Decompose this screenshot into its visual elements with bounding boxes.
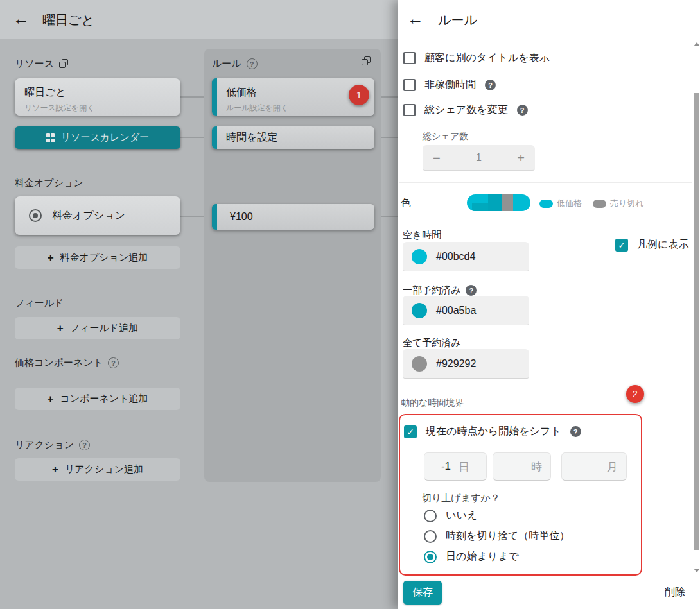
scrollbar-down-arrow[interactable]	[694, 569, 700, 572]
app-root: ← 曜日ごと リソース 曜日ごと リソース設定を開く リソースカレンダー 料金オ…	[0, 0, 700, 609]
checkbox-row-nonworking-hours: 非稼働時間 ?	[403, 78, 496, 92]
checkbox-unchecked[interactable]	[403, 104, 416, 116]
price-components-section-label: 価格コンポーネント ?	[15, 357, 119, 369]
radio-unchecked[interactable]	[424, 530, 437, 543]
fully-booked-label: 全て予約済み	[403, 337, 461, 349]
shift-days-input[interactable]: -1 日	[424, 452, 487, 481]
radio-row-no: いいえ	[424, 509, 477, 522]
flow-editor-panel: ← 曜日ごと リソース 曜日ごと リソース設定を開く リソースカレンダー 料金オ…	[0, 0, 398, 609]
rule-settings-drawer: ← ルール 顧客に別のタイトルを表示 非稼働時間 ? 総シェア数を変更 ? 総シ…	[398, 0, 700, 609]
save-button[interactable]: 保存	[403, 581, 442, 605]
increment-button[interactable]: +	[517, 151, 525, 164]
add-reaction-button[interactable]: + リアクション追加	[15, 458, 180, 481]
fully-booked-color-field[interactable]: #929292	[403, 349, 529, 379]
annotation-red-box: ✓ 現在の時点から開始をシフト ? -1 日 時 月 切り上げますか？ いいえ	[399, 414, 642, 576]
radio-unchecked[interactable]	[424, 510, 437, 522]
annotation-badge-1: 1	[349, 85, 369, 105]
partially-booked-color-field[interactable]: #00a5ba	[403, 296, 529, 325]
fields-section-label: フィールド	[15, 297, 64, 309]
help-icon[interactable]: ?	[570, 426, 581, 437]
back-arrow-icon[interactable]: ←	[13, 10, 30, 27]
plus-icon: +	[57, 322, 64, 335]
price-options-section-label: 料金オプション	[15, 177, 83, 189]
checkbox-unchecked[interactable]	[403, 79, 416, 91]
resource-card-title: 曜日ごと	[24, 86, 180, 99]
reactions-section-label: リアクション ?	[15, 439, 90, 451]
color-section-label: 色	[401, 196, 411, 210]
help-icon[interactable]: ?	[247, 58, 258, 69]
add-component-button[interactable]: + コンポーネント追加	[15, 388, 180, 410]
divider	[399, 390, 692, 390]
copy-icon[interactable]	[362, 56, 371, 66]
radio-row-start-of-day: 日の始まりまで	[424, 550, 519, 563]
annotation-badge-2: 2	[626, 385, 644, 403]
plus-icon: +	[48, 252, 54, 264]
copy-icon[interactable]	[59, 59, 69, 69]
rule-card-price[interactable]: ¥100	[212, 204, 374, 230]
decrement-button[interactable]: −	[433, 151, 441, 164]
legend-swatch-gray	[593, 200, 606, 208]
resources-section-label: リソース	[15, 58, 69, 70]
editor-header: ← 曜日ごと	[0, 0, 398, 39]
help-icon[interactable]: ?	[108, 357, 119, 368]
checkbox-row-customer-title: 顧客に別のタイトルを表示	[403, 51, 550, 65]
radio-button-icon	[29, 209, 42, 222]
rule-card-low-price[interactable]: 低価格 ルール設定を開く 1	[212, 78, 374, 116]
plus-icon: +	[52, 463, 58, 476]
resource-card-subtitle: リソース設定を開く	[24, 103, 180, 114]
price-option-card[interactable]: 料金オプション	[15, 196, 180, 235]
help-icon[interactable]: ?	[517, 105, 528, 116]
add-field-button[interactable]: + フィールド追加	[15, 317, 180, 339]
share-count-stepper: − 1 +	[423, 145, 535, 171]
calendar-grid-icon	[46, 133, 55, 142]
resource-calendar-button[interactable]: リソースカレンダー	[15, 126, 180, 149]
drawer-title: ルール	[438, 12, 477, 29]
resource-card[interactable]: 曜日ごと リソース設定を開く	[15, 78, 180, 116]
round-up-question-label: 切り上げますか？	[422, 492, 500, 504]
help-icon[interactable]: ?	[485, 80, 496, 90]
delete-button[interactable]: 削除	[665, 586, 685, 599]
editor-title: 曜日ごと	[42, 12, 94, 29]
legend-swatch-teal	[539, 200, 553, 208]
radio-checked[interactable]	[424, 551, 437, 563]
available-time-label: 空き時間	[403, 229, 441, 241]
plus-icon: +	[47, 393, 53, 406]
rules-column: ルール ? 低価格 ルール設定を開く 1 時間を設定 ¥100	[204, 49, 381, 482]
help-icon[interactable]: ?	[466, 285, 477, 296]
available-color-field[interactable]: #00bcd4	[403, 242, 529, 271]
color-dot	[412, 249, 427, 264]
radio-row-truncate-hour: 時刻を切り捨て（時単位）	[424, 529, 570, 543]
legend-low-price: 低価格	[539, 198, 582, 209]
share-count-label: 総シェア数	[423, 131, 468, 142]
partially-booked-label: 一部予約済み ?	[403, 284, 477, 296]
legend-sold-out: 売り切れ	[593, 198, 644, 209]
checkbox-unchecked[interactable]	[403, 52, 416, 64]
dynamic-boundary-label: 動的な時間境界	[401, 397, 464, 409]
color-dot	[412, 303, 427, 318]
price-option-card-title: 料金オプション	[52, 209, 125, 223]
rules-section-label: ルール ?	[212, 58, 258, 70]
back-arrow-icon[interactable]: ←	[407, 10, 424, 27]
color-preview-pill	[467, 194, 530, 211]
shift-hours-input[interactable]: 時	[493, 452, 551, 481]
share-count-value[interactable]: 1	[476, 152, 482, 164]
color-dot	[412, 356, 427, 372]
scrollbar-up-arrow[interactable]	[694, 42, 700, 46]
drawer-header: ← ルール	[398, 0, 700, 39]
divider	[399, 182, 692, 183]
show-in-legend-row: ✓ 凡例に表示	[615, 238, 688, 252]
scrollbar-thumb[interactable]	[694, 93, 699, 550]
help-icon[interactable]: ?	[79, 440, 90, 450]
add-price-option-button[interactable]: + 料金オプション追加	[15, 246, 180, 269]
shift-start-row: ✓ 現在の時点から開始をシフト ?	[404, 425, 581, 438]
checkbox-row-change-shares: 総シェア数を変更 ?	[403, 103, 528, 117]
shift-months-input[interactable]: 月	[561, 452, 627, 481]
footer-divider	[398, 576, 700, 576]
rule-card-set-time[interactable]: 時間を設定	[212, 126, 374, 149]
checkbox-checked[interactable]: ✓	[615, 239, 628, 252]
checkbox-checked[interactable]: ✓	[404, 425, 417, 438]
